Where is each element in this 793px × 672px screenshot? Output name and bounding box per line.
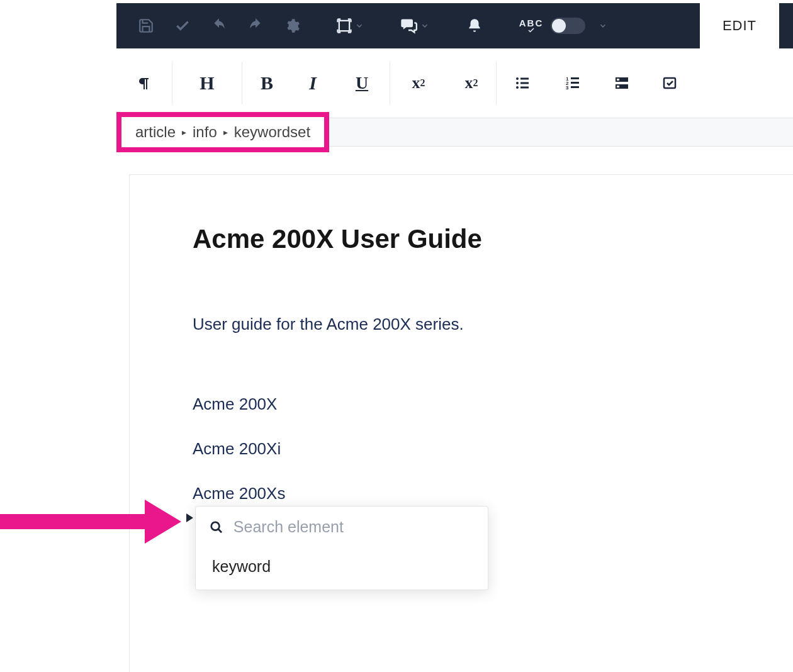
gear-icon — [284, 18, 300, 34]
chevron-right-icon: ▸ — [182, 127, 186, 137]
chevron-down-icon — [355, 21, 364, 30]
superscript-button[interactable]: x2 — [390, 62, 447, 104]
breadcrumb-item[interactable]: info — [193, 123, 217, 141]
confirm-button[interactable] — [164, 3, 201, 48]
svg-rect-0 — [339, 21, 349, 31]
svg-rect-4 — [520, 78, 529, 80]
svg-rect-17 — [664, 78, 675, 88]
notifications-button[interactable] — [456, 3, 493, 48]
list-numbered-icon: 123 — [564, 76, 582, 91]
spellcheck-toggle[interactable] — [551, 18, 585, 34]
bell-icon — [466, 17, 483, 35]
svg-rect-6 — [520, 87, 529, 89]
settings-button[interactable] — [274, 3, 310, 48]
popup-option-keyword[interactable]: keyword — [196, 547, 488, 590]
keyword-item[interactable]: Acme 200Xi — [193, 439, 793, 459]
block-list-button[interactable] — [597, 62, 646, 104]
list-block-icon — [613, 76, 631, 91]
chevron-down-icon — [599, 21, 607, 30]
edit-tab-label: EDIT — [723, 18, 756, 34]
paragraph-button[interactable] — [116, 62, 172, 104]
svg-line-19 — [218, 529, 222, 532]
undo-button[interactable] — [201, 3, 237, 48]
svg-point-3 — [516, 86, 519, 89]
comments-icon — [398, 17, 419, 35]
italic-button[interactable]: I — [291, 62, 334, 104]
toggle-knob — [552, 19, 566, 33]
undo-icon — [210, 18, 228, 34]
bold-button[interactable]: B — [242, 62, 291, 104]
document-title[interactable]: Acme 200X User Guide — [193, 224, 793, 254]
comments-dropdown[interactable] — [417, 21, 432, 30]
search-icon — [210, 520, 223, 535]
chevron-right-icon: ▸ — [223, 127, 228, 137]
redo-icon — [246, 18, 265, 34]
check-icon — [174, 18, 191, 34]
annotation-arrow — [0, 503, 183, 540]
document-subtitle[interactable]: User guide for the Acme 200X series. — [193, 315, 793, 334]
save-icon — [138, 18, 154, 34]
breadcrumb-bar: article ▸ info ▸ keywordset — [116, 118, 793, 147]
search-row — [196, 507, 488, 547]
list-bullet-icon — [514, 76, 531, 91]
svg-rect-12 — [571, 86, 579, 88]
document-panel: Acme 200X User Guide User guide for the … — [129, 174, 793, 672]
arrow-head-icon — [145, 500, 181, 544]
svg-rect-10 — [571, 77, 579, 79]
underline-button[interactable]: U — [334, 62, 390, 104]
bullet-list-button[interactable] — [497, 62, 548, 104]
numbered-list-button[interactable]: 123 — [548, 62, 597, 104]
breadcrumb: article ▸ info ▸ keywordset — [116, 112, 329, 152]
chevron-down-icon — [420, 21, 429, 30]
element-search-popup: keyword — [195, 506, 488, 590]
checklist-button[interactable] — [646, 62, 693, 104]
keyword-item[interactable]: Acme 200Xs — [193, 484, 793, 503]
svg-point-1 — [516, 77, 519, 80]
layout-icon — [335, 17, 353, 35]
spellcheck-indicator: ABC — [515, 18, 547, 34]
heading-button[interactable]: H — [172, 62, 242, 104]
layout-dropdown[interactable] — [352, 21, 367, 30]
check-icon — [526, 26, 537, 34]
formatting-toolbar: H B I U x2 x2 123 — [116, 48, 793, 118]
arrow-shaft — [0, 514, 150, 529]
top-toolbar: ABC EDIT — [116, 3, 793, 48]
keyword-item[interactable]: Acme 200X — [193, 395, 793, 414]
pilcrow-icon — [137, 74, 152, 92]
insertion-cursor-icon — [186, 513, 193, 522]
edit-tab[interactable]: EDIT — [700, 3, 779, 48]
element-popup-wrap: keyword — [195, 506, 488, 590]
svg-rect-16 — [617, 86, 619, 87]
toolbar-trailing — [779, 3, 793, 48]
svg-rect-15 — [617, 79, 619, 81]
subscript-button[interactable]: x2 — [447, 62, 496, 104]
redo-button[interactable] — [237, 3, 274, 48]
svg-point-18 — [211, 522, 220, 530]
svg-point-2 — [516, 82, 519, 84]
svg-rect-5 — [520, 82, 529, 84]
save-button[interactable] — [128, 3, 164, 48]
search-element-input[interactable] — [233, 518, 474, 536]
svg-text:3: 3 — [566, 85, 569, 91]
breadcrumb-item[interactable]: keywordset — [234, 123, 310, 141]
svg-rect-11 — [571, 82, 579, 84]
keyword-list: Acme 200X Acme 200Xi Acme 200Xs — [193, 395, 793, 503]
spellcheck-dropdown[interactable] — [595, 21, 610, 30]
checklist-icon — [661, 76, 678, 91]
breadcrumb-item[interactable]: article — [135, 123, 176, 141]
